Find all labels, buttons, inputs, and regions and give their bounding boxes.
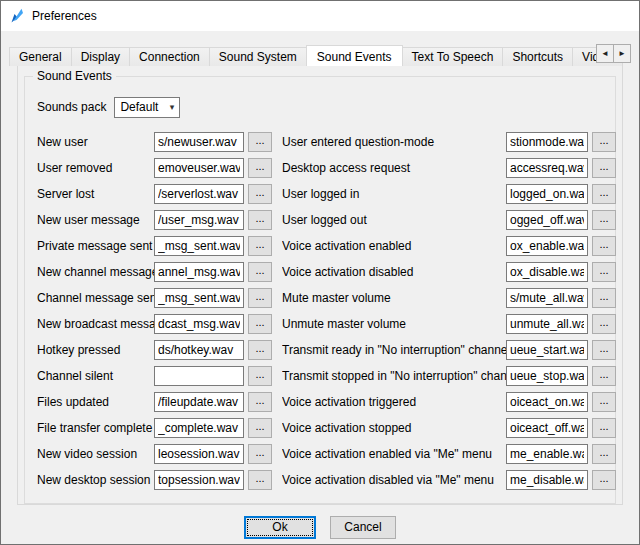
sound-events-columns: New user ... User removed ... Server los… bbox=[37, 129, 603, 493]
browse-button[interactable]: ... bbox=[248, 314, 272, 334]
row-new-desktop-session: New desktop session ... bbox=[37, 467, 272, 493]
sound-file-input[interactable] bbox=[154, 444, 244, 464]
browse-button[interactable]: ... bbox=[248, 262, 272, 282]
right-column: User entered question-mode ... Desktop a… bbox=[282, 129, 616, 493]
sound-file-input[interactable] bbox=[506, 340, 588, 360]
sound-file-input[interactable] bbox=[154, 470, 244, 490]
app-icon bbox=[9, 8, 25, 24]
tab-sound-events[interactable]: Sound Events bbox=[306, 45, 403, 66]
tab-shortcuts[interactable]: Shortcuts bbox=[502, 47, 573, 66]
scroll-left-icon: ◄ bbox=[601, 49, 609, 58]
sound-file-input[interactable] bbox=[506, 418, 588, 438]
row-user-entered-question-mode: User entered question-mode ... bbox=[282, 129, 616, 155]
sound-file-input[interactable] bbox=[506, 288, 588, 308]
browse-button[interactable]: ... bbox=[248, 366, 272, 386]
sound-file-input[interactable] bbox=[154, 340, 244, 360]
sound-file-input[interactable] bbox=[506, 210, 588, 230]
browse-button[interactable]: ... bbox=[592, 314, 616, 334]
tab-display[interactable]: Display bbox=[71, 47, 130, 66]
sound-event-label: New video session bbox=[37, 447, 154, 461]
sound-event-label: Voice activation triggered bbox=[282, 395, 506, 409]
sound-event-label: Channel message sent bbox=[37, 291, 154, 305]
sound-file-input[interactable] bbox=[154, 236, 244, 256]
tab-scroll-right-button[interactable]: ► bbox=[613, 44, 631, 63]
browse-button[interactable]: ... bbox=[592, 418, 616, 438]
browse-button[interactable]: ... bbox=[592, 262, 616, 282]
cancel-button[interactable]: Cancel bbox=[330, 516, 396, 539]
browse-button[interactable]: ... bbox=[248, 184, 272, 204]
window-title: Preferences bbox=[32, 9, 97, 23]
sound-event-label: Channel silent bbox=[37, 369, 154, 383]
sound-file-input[interactable] bbox=[154, 288, 244, 308]
browse-button[interactable]: ... bbox=[592, 236, 616, 256]
ok-button[interactable]: Ok bbox=[244, 516, 316, 539]
sounds-pack-select[interactable]: Default ▾ bbox=[114, 97, 180, 118]
browse-button[interactable]: ... bbox=[592, 132, 616, 152]
browse-button[interactable]: ... bbox=[248, 210, 272, 230]
sound-event-label: New broadcast message bbox=[37, 317, 154, 331]
sound-file-input[interactable] bbox=[154, 392, 244, 412]
row-voice-activation-enabled: Voice activation enabled ... bbox=[282, 233, 616, 259]
browse-button[interactable]: ... bbox=[248, 288, 272, 308]
sound-file-input[interactable] bbox=[506, 262, 588, 282]
row-private-message-sent: Private message sent ... bbox=[37, 233, 272, 259]
browse-button[interactable]: ... bbox=[248, 470, 272, 490]
tab-sound-system[interactable]: Sound System bbox=[209, 47, 307, 66]
browse-button[interactable]: ... bbox=[248, 392, 272, 412]
tab-connection[interactable]: Connection bbox=[129, 47, 210, 66]
sound-file-input[interactable] bbox=[154, 366, 244, 386]
sound-file-input[interactable] bbox=[506, 236, 588, 256]
tab-text-to-speech[interactable]: Text To Speech bbox=[402, 47, 504, 66]
browse-button[interactable]: ... bbox=[248, 132, 272, 152]
sound-file-input[interactable] bbox=[506, 184, 588, 204]
tab-general[interactable]: General bbox=[9, 47, 72, 66]
browse-button[interactable]: ... bbox=[592, 340, 616, 360]
sound-event-label: Server lost bbox=[37, 187, 154, 201]
sound-file-input[interactable] bbox=[506, 132, 588, 152]
row-user-logged-in: User logged in ... bbox=[282, 181, 616, 207]
row-voice-activation-stopped: Voice activation stopped ... bbox=[282, 415, 616, 441]
tab-scroll-left-button[interactable]: ◄ bbox=[596, 44, 614, 63]
sound-file-input[interactable] bbox=[154, 262, 244, 282]
row-voice-activation-disabled: Voice activation disabled ... bbox=[282, 259, 616, 285]
row-transmit-stopped: Transmit stopped in "No interruption" ch… bbox=[282, 363, 616, 389]
sound-file-input[interactable] bbox=[154, 418, 244, 438]
tabbar: General Display Connection Sound System … bbox=[9, 44, 631, 66]
sound-file-input[interactable] bbox=[506, 158, 588, 178]
sound-event-label: Mute master volume bbox=[282, 291, 506, 305]
browse-button[interactable]: ... bbox=[592, 184, 616, 204]
browse-button[interactable]: ... bbox=[592, 470, 616, 490]
sound-file-input[interactable] bbox=[506, 470, 588, 490]
sound-file-input[interactable] bbox=[154, 210, 244, 230]
sound-event-label: Voice activation enabled via "Me" menu bbox=[282, 447, 506, 461]
sound-file-input[interactable] bbox=[506, 444, 588, 464]
sound-event-label: Unmute master volume bbox=[282, 317, 506, 331]
sound-event-label: Hotkey pressed bbox=[37, 343, 154, 357]
row-files-updated: Files updated ... bbox=[37, 389, 272, 415]
browse-button[interactable]: ... bbox=[248, 418, 272, 438]
browse-button[interactable]: ... bbox=[248, 236, 272, 256]
tab-page-sound-events: Sound Events Sounds pack Default ▾ New u… bbox=[17, 65, 623, 505]
sounds-pack-label: Sounds pack bbox=[37, 100, 106, 114]
browse-button[interactable]: ... bbox=[592, 288, 616, 308]
sound-file-input[interactable] bbox=[154, 132, 244, 152]
row-channel-message-sent: Channel message sent ... bbox=[37, 285, 272, 311]
browse-button[interactable]: ... bbox=[248, 340, 272, 360]
sound-file-input[interactable] bbox=[154, 314, 244, 334]
sound-event-label: Private message sent bbox=[37, 239, 154, 253]
browse-button[interactable]: ... bbox=[592, 444, 616, 464]
browse-button[interactable]: ... bbox=[592, 392, 616, 412]
browse-button[interactable]: ... bbox=[592, 210, 616, 230]
browse-button[interactable]: ... bbox=[592, 158, 616, 178]
browse-button[interactable]: ... bbox=[248, 444, 272, 464]
browse-button[interactable]: ... bbox=[592, 366, 616, 386]
row-desktop-access-request: Desktop access request ... bbox=[282, 155, 616, 181]
row-voice-activation-disabled-me-menu: Voice activation disabled via "Me" menu … bbox=[282, 467, 616, 493]
row-voice-activation-enabled-me-menu: Voice activation enabled via "Me" menu .… bbox=[282, 441, 616, 467]
sound-file-input[interactable] bbox=[506, 392, 588, 412]
sound-file-input[interactable] bbox=[154, 184, 244, 204]
sound-file-input[interactable] bbox=[506, 314, 588, 334]
sound-file-input[interactable] bbox=[154, 158, 244, 178]
sound-file-input[interactable] bbox=[506, 366, 588, 386]
browse-button[interactable]: ... bbox=[248, 158, 272, 178]
